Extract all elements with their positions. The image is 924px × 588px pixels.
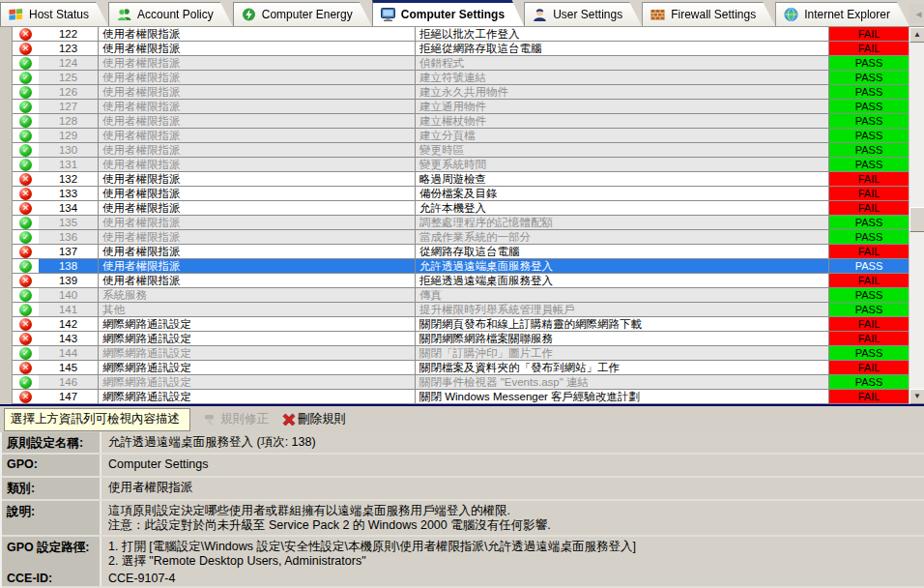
row-number: 147: [39, 390, 99, 404]
globe-icon: [783, 7, 799, 22]
row-category: 使用者權限指派: [99, 56, 416, 71]
table-row[interactable]: ✕ 137 使用者權限指派 從網路存取這台電腦 FAIL: [13, 245, 909, 259]
selection-hint: 選擇上方資訊列可檢視內容描述: [4, 408, 190, 431]
fail-cross-icon: ✕: [19, 275, 32, 287]
tab-label: Host Status: [29, 8, 89, 21]
fail-cross-icon: ✕: [19, 28, 32, 41]
row-number: 122: [39, 27, 99, 42]
table-row[interactable]: ✕ 123 使用者權限指派 拒絕從網路存取這台電腦 FAIL: [13, 42, 909, 56]
table-row[interactable]: ✕ 142 網際網路通訊設定 關閉網頁發布和線上訂購精靈的網際網路下載 FAIL: [13, 317, 909, 332]
detail-label: GPO 設定路徑:: [2, 537, 101, 569]
table-row[interactable]: ✓ 141 其他 提升權限時列舉系統管理員帳戶 PASS: [13, 303, 909, 317]
pass-check-icon: ✓: [19, 101, 32, 113]
table-row[interactable]: ✓ 135 使用者權限指派 調整處理程序的記憶體配額 PASS: [13, 216, 909, 230]
windows-logo-icon: [8, 7, 24, 22]
row-number: 136: [39, 230, 99, 245]
table-row[interactable]: ✓ 136 使用者權限指派 當成作業系統的一部分 PASS: [13, 230, 909, 245]
row-category: 使用者權限指派: [99, 42, 416, 56]
row-description: 關閉「訂購沖印」圖片工作: [416, 346, 829, 361]
status-badge: PASS: [829, 114, 909, 129]
vertical-scrollbar[interactable]: ▲ ▼: [909, 27, 924, 404]
table-rows: ✕ 122 使用者權限指派 拒絕以批次工作登入 FAIL ✕ 123 使用者權限…: [13, 27, 909, 404]
table-row[interactable]: ✓ 131 使用者權限指派 變更系統時間 PASS: [13, 158, 909, 172]
tab-account-policy[interactable]: Account Policy: [108, 2, 233, 26]
row-category: 網際網路通訊設定: [99, 390, 416, 404]
table-row[interactable]: ✕ 147 網際網路通訊設定 關閉 Windows Messenger 客戶經驗…: [13, 390, 909, 404]
tab-scroll-buttons: ◄ ►: [910, 4, 924, 23]
row-category: 網際網路通訊設定: [99, 361, 416, 375]
status-badge: FAIL: [829, 274, 909, 288]
status-badge: PASS: [829, 259, 909, 274]
fail-cross-icon: ✕: [19, 362, 32, 374]
computer-icon: [380, 7, 396, 22]
detail-value-line: 這項原則設定決定哪些使用者或群組擁有以遠端桌面服務用戶端登入的權限.: [108, 504, 920, 518]
row-number: 137: [39, 245, 99, 259]
table-row[interactable]: ✕ 134 使用者權限指派 允許本機登入 FAIL: [13, 201, 909, 216]
row-description: 傳真: [416, 288, 829, 303]
table-row[interactable]: ✓ 146 網際網路通訊設定 關閉事件檢視器 "Events.asp" 連結 P…: [13, 375, 909, 390]
row-category: 使用者權限指派: [99, 201, 416, 216]
detail-label: 說明:: [2, 501, 101, 535]
table-row[interactable]: ✓ 124 使用者權限指派 偵錯程式 PASS: [13, 56, 909, 71]
table-row[interactable]: ✓ 126 使用者權限指派 建立永久共用物件 PASS: [13, 85, 909, 100]
detail-label: 原則設定名稱:: [2, 432, 101, 453]
detail-value: 使用者權限指派: [101, 478, 924, 499]
table-row[interactable]: ✕ 133 使用者權限指派 備份檔案及目錄 FAIL: [13, 187, 909, 201]
row-number: 146: [39, 375, 99, 390]
table-row[interactable]: ✓ 138 使用者權限指派 允許透過遠端桌面服務登入 PASS: [13, 259, 909, 274]
row-description: 偵錯程式: [416, 56, 829, 71]
status-badge: FAIL: [829, 332, 909, 346]
pass-check-icon: ✓: [19, 289, 32, 302]
row-number: 129: [39, 129, 99, 143]
fix-rule-button[interactable]: 規則修正: [204, 411, 269, 427]
pass-check-icon: ✓: [19, 159, 32, 171]
table-row[interactable]: ✕ 143 網際網路通訊設定 關閉網際網路檔案關聯服務 FAIL: [13, 332, 909, 346]
row-number: 135: [39, 216, 99, 230]
tab-computer-energy[interactable]: Computer Energy: [233, 2, 372, 26]
row-category: 網際網路通訊設定: [99, 375, 416, 390]
row-category: 網際網路通訊設定: [99, 317, 416, 332]
table-row[interactable]: ✓ 130 使用者權限指派 變更時區 PASS: [13, 143, 909, 158]
status-badge: FAIL: [829, 201, 909, 216]
status-badge: PASS: [829, 71, 909, 85]
tab-computer-settings[interactable]: Computer Settings: [372, 0, 524, 26]
status-badge: PASS: [829, 56, 909, 71]
table-row[interactable]: ✓ 125 使用者權限指派 建立符號連結 PASS: [13, 71, 909, 85]
scroll-up-icon[interactable]: ▲: [910, 27, 924, 43]
tab-firewall-settings[interactable]: Firewall Settings: [642, 2, 775, 26]
scroll-down-icon[interactable]: ▼: [910, 389, 924, 404]
row-number: 124: [39, 56, 99, 71]
scrollbar-thumb[interactable]: [910, 207, 924, 232]
row-number: 128: [39, 114, 99, 129]
detail-value-line: 2. 選擇 "Remote Desktop Users, Administrat…: [108, 554, 920, 569]
detail-value-line: 1. 打開 [電腦設定\Windows 設定\安全性設定\本機原則\使用者權限指…: [108, 540, 920, 554]
tab-scroll-left-icon[interactable]: ◄: [910, 4, 924, 23]
user-icon: [532, 7, 548, 22]
users-icon: [116, 7, 132, 22]
row-number: 141: [39, 303, 99, 317]
table-row[interactable]: ✓ 127 使用者權限指派 建立通用物件 PASS: [13, 100, 909, 114]
tab-internet-explorer[interactable]: Internet Explorer: [775, 2, 910, 26]
delete-rule-button[interactable]: 刪除規則: [282, 411, 346, 427]
tab-host-status[interactable]: Host Status: [0, 2, 108, 26]
row-description: 關閉網際網路檔案關聯服務: [416, 332, 829, 346]
detail-row: CCE-ID: CCE-9107-4: [2, 569, 924, 588]
tab-user-settings[interactable]: User Settings: [524, 2, 642, 26]
row-description: 當成作業系統的一部分: [416, 230, 829, 245]
table-row[interactable]: ✕ 139 使用者權限指派 拒絕透過遠端桌面服務登入 FAIL: [13, 274, 909, 288]
table-row[interactable]: ✓ 128 使用者權限指派 建立權杖物件 PASS: [13, 114, 909, 129]
row-description: 建立分頁檔: [416, 129, 829, 143]
table-row[interactable]: ✕ 132 使用者權限指派 略過周遊檢查 FAIL: [13, 172, 909, 187]
table-left-gutter: [0, 27, 13, 404]
fail-cross-icon: ✕: [19, 188, 32, 200]
row-description: 關閉檔案及資料夾的「發布到網站」工作: [416, 361, 829, 375]
table-row[interactable]: ✓ 129 使用者權限指派 建立分頁檔 PASS: [13, 129, 909, 143]
row-description: 關閉網頁發布和線上訂購精靈的網際網路下載: [416, 317, 829, 332]
row-description: 建立符號連結: [416, 71, 829, 85]
tab-label: Computer Settings: [401, 8, 505, 21]
table-row[interactable]: ✓ 140 系統服務 傳真 PASS: [13, 288, 909, 303]
table-row[interactable]: ✓ 144 網際網路通訊設定 關閉「訂購沖印」圖片工作 PASS: [13, 346, 909, 361]
table-row[interactable]: ✕ 122 使用者權限指派 拒絕以批次工作登入 FAIL: [13, 27, 909, 42]
table-row[interactable]: ✕ 145 網際網路通訊設定 關閉檔案及資料夾的「發布到網站」工作 FAIL: [13, 361, 909, 375]
status-badge: PASS: [829, 100, 909, 114]
